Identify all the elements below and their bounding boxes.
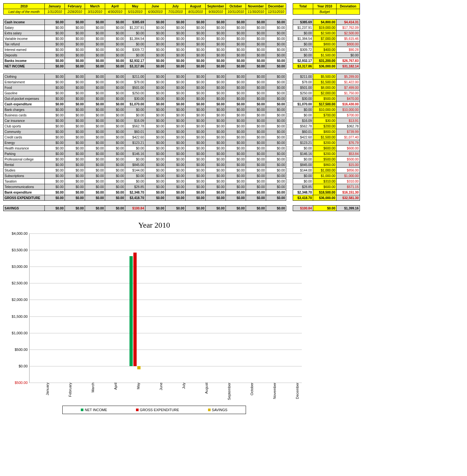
sum-budget: $800.00 <box>313 42 337 47</box>
x-tick: June <box>158 383 163 390</box>
sum-desv: $7,499.00 <box>337 85 360 90</box>
row-value: $0.00 <box>246 118 266 124</box>
row-value: $0.00 <box>45 25 65 30</box>
row-value: $0.00 <box>85 96 105 101</box>
row-value: $0.00 <box>145 79 166 85</box>
row-value: $211.00 <box>125 74 145 79</box>
row-value: $0.00 <box>85 74 105 79</box>
row-value: $0.00 <box>266 162 286 168</box>
row-value: $0.00 <box>145 124 166 129</box>
row-value: $0.00 <box>65 190 85 195</box>
row-value: $0.00 <box>145 140 166 146</box>
row-value: $0.00 <box>45 140 65 146</box>
row-value: $0.00 <box>105 47 125 53</box>
x-tick: November <box>271 383 277 399</box>
row-value: $0.00 <box>186 79 206 85</box>
row-value: $0.00 <box>105 58 125 64</box>
sum-desv: $53.84 <box>337 151 360 157</box>
row-value: $1,384.54 <box>125 36 145 42</box>
row-value: $0.00 <box>65 96 85 101</box>
row-value: $0.00 <box>145 195 166 201</box>
row-value: $0.00 <box>85 135 105 140</box>
row-value: $0.00 <box>85 140 105 146</box>
hdr-date: 5/31/2010 <box>125 9 145 15</box>
row-value: $146.16 <box>125 151 145 157</box>
row-value: $0.00 <box>85 36 105 42</box>
row-value: $0.00 <box>166 157 186 162</box>
row-value: $0.00 <box>266 36 286 42</box>
hdr-month: April <box>105 4 125 9</box>
row-value: $0.00 <box>206 179 226 184</box>
row-value: $0.00 <box>105 151 125 157</box>
sum-total: $501.00 <box>293 85 313 90</box>
row-value: $0.00 <box>45 96 65 101</box>
row-value: $0.00 <box>45 168 65 173</box>
sum-total: $309.72 <box>293 47 313 53</box>
row-value: $0.00 <box>85 162 105 168</box>
row-label: Business cards <box>4 113 45 118</box>
sum-budget: $860.00 <box>313 162 337 168</box>
row-value: $16.09 <box>125 118 145 124</box>
row-value: $0.00 <box>145 53 166 58</box>
row-value: $0.00 <box>105 107 125 113</box>
row-value: $0.00 <box>85 47 105 53</box>
row-value: $0.00 <box>45 162 65 168</box>
sum-total: $0.00 <box>293 30 313 36</box>
row-value: $0.00 <box>105 96 125 101</box>
row-value: $0.00 <box>45 129 65 135</box>
row-value: $0.00 <box>186 113 206 118</box>
sum-budget: $500.00 <box>313 96 337 101</box>
row-value: $0.00 <box>206 58 226 64</box>
row-value: $0.00 <box>226 168 246 173</box>
row-value: $0.00 <box>206 113 226 118</box>
row-value: $0.00 <box>226 90 246 96</box>
row-value: $0.00 <box>186 90 206 96</box>
row-value: $0.00 <box>166 30 186 36</box>
row-value: $0.00 <box>206 85 226 90</box>
sum-desv: $4,414.31 <box>337 19 360 25</box>
row-value: $0.00 <box>266 168 286 173</box>
row-value: $0.00 <box>266 173 286 179</box>
sum-budget: $800.00 <box>313 129 337 135</box>
row-value: $0.00 <box>186 47 206 53</box>
sum-total: $2,348.70 <box>293 190 313 195</box>
row-value: $0.00 <box>45 157 65 162</box>
sum-budget: $400.00 <box>313 47 337 53</box>
sum-total: $562.78 <box>293 124 313 129</box>
sum-budget: $36,000.00 <box>313 64 337 69</box>
row-value: $0.00 <box>226 36 246 42</box>
row-value: $0.00 <box>145 146 166 151</box>
row-value: $0.00 <box>186 206 206 211</box>
row-value: $0.00 <box>145 129 166 135</box>
sum-total: $0.00 <box>293 146 313 151</box>
row-value: $0.00 <box>186 53 206 58</box>
row-value: $0.00 <box>186 101 206 107</box>
row-value: $0.00 <box>105 74 125 79</box>
row-value: $0.00 <box>166 124 186 129</box>
row-value: $0.00 <box>186 162 206 168</box>
row-value: $0.00 <box>65 74 85 79</box>
row-value: $0.00 <box>105 135 125 140</box>
sum-desv: $31,182.14 <box>337 64 360 69</box>
row-value: $0.00 <box>125 30 145 36</box>
hdr-month: January <box>45 4 65 9</box>
row-value: $0.00 <box>105 168 125 173</box>
row-label: Car insurance <box>4 118 45 124</box>
row-value: $0.00 <box>85 113 105 118</box>
row-value: $0.00 <box>105 195 125 201</box>
row-value: $250.00 <box>125 90 145 96</box>
sum-total: $385.69 <box>293 19 313 25</box>
x-tick: February <box>67 383 72 397</box>
row-value: $0.00 <box>166 195 186 201</box>
row-value: $0.00 <box>226 157 246 162</box>
row-value: $0.00 <box>266 113 286 118</box>
row-value: $0.00 <box>206 19 226 25</box>
row-label: Bank charges <box>4 107 45 113</box>
row-value: $0.00 <box>45 85 65 90</box>
row-label: Community <box>4 129 45 135</box>
row-value: $0.00 <box>266 124 286 129</box>
row-value: $0.00 <box>45 124 65 129</box>
sum-total: $0.00 <box>293 107 313 113</box>
row-value: $0.00 <box>125 107 145 113</box>
row-value: $0.00 <box>246 90 266 96</box>
